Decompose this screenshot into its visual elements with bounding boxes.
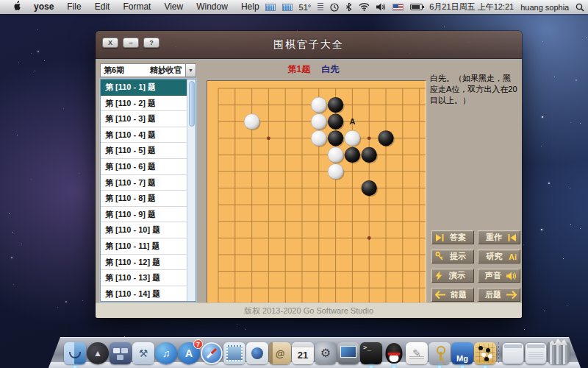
mg-icon[interactable]: Mg [451, 342, 473, 364]
menu-item-edit[interactable]: Edit [89, 0, 116, 14]
period-select[interactable]: 第6期 精妙收官 ▼ [100, 63, 196, 77]
calendar-icon[interactable]: 21 [292, 342, 314, 364]
help-button[interactable]: ? [143, 38, 159, 48]
speaker-icon [506, 272, 517, 280]
copyright-footer: 版权 2013-2020 Go Software Studio [96, 302, 522, 318]
period-select-arrow[interactable]: ▼ [185, 63, 196, 77]
go-board[interactable]: A [207, 80, 426, 303]
problem-list-item[interactable]: 第 [110 - 13] 题 [101, 270, 187, 286]
stack-window-2-icon[interactable] [525, 342, 547, 364]
go-board-svg[interactable]: A [207, 81, 426, 302]
turn-indicator: 白先 [322, 64, 340, 74]
white-stone [311, 130, 326, 146]
istat-menu-icon[interactable] [318, 3, 323, 11]
xcode-icon[interactable]: ⚒ [132, 342, 154, 364]
play-prev-icon [508, 234, 517, 241]
apple-icon [12, 0, 21, 10]
title-bar[interactable]: X – ? 围棋官子大全 [96, 31, 522, 59]
menu-item-format[interactable]: Format [117, 0, 157, 14]
menu-item-app[interactable]: yose [28, 0, 60, 14]
menu-item-view[interactable]: View [158, 0, 189, 14]
problem-list-item[interactable]: 第 [110 - 11] 题 [101, 238, 187, 255]
button-label: 答案 [445, 232, 470, 243]
problem-list-item[interactable]: 第 [110 - 7] 题 [101, 175, 187, 191]
glyph [388, 353, 401, 355]
problem-list-item[interactable]: 第 [110 - 3] 题 [101, 111, 187, 127]
minimize-button[interactable]: – [123, 38, 139, 48]
mission-control-icon[interactable] [110, 342, 132, 364]
prev-problem-button[interactable]: 前题 [431, 288, 474, 302]
user-menu[interactable]: huang sophia [520, 3, 569, 12]
app-store-icon[interactable]: A7 [178, 342, 200, 364]
hint-button[interactable]: 提示 [431, 250, 474, 263]
window-title: 围棋官子大全 [273, 38, 344, 52]
problem-list-item[interactable]: 第 [110 - 2] 题 [101, 96, 187, 112]
next-problem-button[interactable]: 后题 [478, 288, 520, 302]
volume-icon[interactable] [376, 3, 386, 11]
safari-icon[interactable] [201, 342, 223, 364]
battery-icon[interactable] [410, 4, 423, 10]
problem-list-item[interactable]: 第 [110 - 1] 题 [101, 79, 187, 96]
go-board-icon[interactable] [474, 342, 496, 364]
white-stone [311, 97, 326, 113]
qq-icon[interactable] [383, 342, 405, 364]
problem-list-item[interactable]: 第 [110 - 14] 题 [101, 286, 187, 302]
close-button[interactable]: X [102, 38, 118, 48]
app-window: X – ? 围棋官子大全 第6期 精妙收官 ▼ 第 [110 - 1] 题第 [… [96, 31, 522, 318]
apple-menu[interactable] [6, 0, 26, 15]
problem-description: 白先。（如果黑走，黑应走A位，双方出入在20目以上。） [430, 73, 518, 106]
problem-list: 第 [110 - 1] 题第 [110 - 2] 题第 [110 - 3] 题第… [101, 79, 187, 301]
network-graph-icon[interactable] [282, 4, 293, 11]
wifi-icon[interactable] [359, 3, 370, 11]
answer-button[interactable]: 答案 [431, 230, 474, 244]
redo-button[interactable]: 重作 [478, 230, 520, 244]
button-label: 后题 [481, 289, 505, 300]
problem-list-item[interactable]: 第 [110 - 8] 题 [101, 191, 187, 207]
contacts-icon[interactable]: @ [269, 342, 291, 364]
glyph: Mg [456, 355, 468, 363]
button-label: 演示 [444, 270, 470, 281]
menu-item-window[interactable]: Window [190, 0, 234, 14]
point-a-marker: A [349, 117, 355, 126]
textedit-icon[interactable]: ✎ [406, 342, 428, 364]
category-label: 精妙收官 [150, 65, 182, 76]
problem-list-item[interactable]: 第 [110 - 6] 题 [101, 159, 187, 175]
mail-icon[interactable] [223, 342, 245, 364]
spotlight-search-icon[interactable] [576, 3, 584, 12]
problem-list-item[interactable]: 第 [110 - 10] 题 [101, 222, 187, 238]
remote-desktop-icon[interactable] [337, 342, 359, 364]
finder-icon[interactable] [64, 342, 86, 364]
problem-list-item[interactable]: 第 [110 - 9] 题 [101, 207, 187, 223]
menu-item-file[interactable]: File [61, 0, 87, 14]
trash-icon[interactable] [548, 342, 570, 364]
problem-list-item[interactable]: 第 [110 - 5] 题 [101, 143, 187, 159]
demo-button[interactable]: 演示 [431, 269, 474, 283]
input-language-flag-icon[interactable] [392, 4, 404, 11]
clock-icon[interactable] [330, 3, 339, 12]
lightning-icon [435, 271, 442, 280]
system-preferences-icon[interactable]: ⚙ [315, 342, 337, 364]
problem-list-scrollbar[interactable] [187, 79, 196, 301]
problem-list-item[interactable]: 第 [110 - 4] 题 [101, 127, 187, 144]
research-button[interactable]: 研究Ai [478, 250, 520, 263]
terminal-icon[interactable]: >_ [360, 342, 382, 364]
launchpad-icon[interactable]: ▲ [87, 342, 109, 364]
black-stone [362, 147, 377, 163]
facetime-icon[interactable] [246, 342, 268, 364]
star-point [368, 136, 371, 140]
bluetooth-icon[interactable] [345, 2, 352, 12]
cpu-graph-icon[interactable] [265, 4, 276, 11]
menu-bar-clock[interactable]: 6月21日周五 上午12:21 [429, 1, 514, 13]
problem-list-item[interactable]: 第 [110 - 12] 题 [101, 255, 187, 271]
sound-button[interactable]: 声音 [478, 269, 520, 283]
black-stone [328, 97, 343, 113]
period-select-field[interactable]: 第6期 精妙收官 [100, 63, 185, 77]
itunes-icon[interactable]: ♫ [155, 342, 177, 364]
menu-item-help[interactable]: Help [235, 0, 265, 14]
menu-bar: yose File Edit Format View Window Help 5… [0, 0, 588, 14]
stack-window-1-icon[interactable] [502, 342, 524, 364]
keychain-icon[interactable] [429, 342, 451, 364]
weather-temperature[interactable]: 51° [299, 3, 312, 12]
scrollbar-thumb[interactable] [189, 81, 195, 127]
key-icon [435, 252, 444, 261]
